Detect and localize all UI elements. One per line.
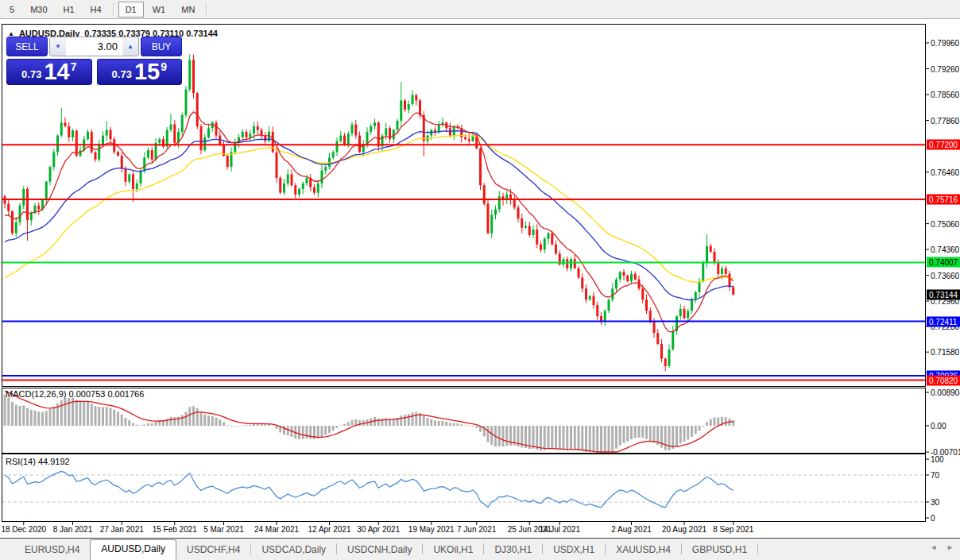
volume-input[interactable]: [66, 37, 122, 56]
current-price-label: 0.73144: [927, 289, 960, 299]
one-click-trade-panel: SELL ▼ ▲ BUY 0.73 14 7 0.73 15 9: [6, 37, 182, 85]
date-tick-label: 2 Aug 2021: [611, 525, 652, 534]
tab-usdcnh-daily[interactable]: USDCNH,Daily: [337, 541, 422, 560]
date-tick-label: 18 Dec 2020: [1, 525, 46, 534]
tab-scroll-arrows: ◄ ►: [930, 543, 954, 551]
date-tick-label: 7 Jun 2021: [457, 525, 497, 534]
tab-audusd-daily[interactable]: AUDUSD,Daily: [90, 539, 176, 560]
date-tick-label: 20 Aug 2021: [662, 525, 706, 534]
buy-price-button[interactable]: 0.73 15 9: [97, 59, 183, 85]
ask-price-big: 15: [134, 61, 160, 83]
price-tick-label: 0.74360: [931, 245, 959, 254]
date-tick-label: 8 Jan 2021: [53, 525, 93, 534]
tab-dj30-h1[interactable]: DJ30,H1: [484, 541, 542, 560]
tab-scroll-right-icon[interactable]: ►: [946, 543, 954, 551]
price-tick-label: 0.75060: [931, 219, 959, 228]
level-price-label: 0.74007: [927, 257, 960, 268]
date-tick-label: 8 Sep 2021: [713, 525, 753, 534]
tab-eurusd-h4[interactable]: EURUSD,H4: [14, 541, 90, 560]
rsi-scale-label: 30: [931, 498, 939, 507]
tab-ukoil-h1[interactable]: UKOil,H1: [423, 541, 483, 560]
price-tick-label: 0.78560: [931, 91, 959, 99]
level-price-label: 0.77200: [927, 140, 960, 150]
price-tick-label: 0.79960: [931, 39, 959, 48]
ask-price-sup: 9: [161, 60, 167, 73]
date-tick-label: 15 Feb 2021: [153, 525, 197, 534]
trading-terminal-window: 5M30H1H4D1W1MN ▲ AUDUSD,Daily 0.73335 0.…: [0, 0, 960, 560]
date-tick-label: 30 Apr 2021: [357, 525, 400, 534]
tab-usdchf-h4[interactable]: USDCHF,H4: [176, 541, 250, 560]
price-tick-label: 0.76460: [931, 168, 959, 176]
price-tick-label: 0.73660: [931, 271, 959, 280]
date-tick-label: 27 Jan 2021: [100, 525, 144, 534]
rsi-scale-label: 70: [931, 471, 939, 480]
price-tick-label: 0.79260: [931, 64, 959, 73]
date-tick-label: 5 Mar 2021: [203, 525, 244, 534]
rsi-scale-label: 100: [931, 455, 944, 464]
ask-price-prefix: 0.73: [112, 68, 132, 80]
bid-price-sup: 7: [71, 60, 77, 73]
tab-gbpusd-h1[interactable]: GBPUSD,H1: [682, 541, 757, 560]
tab-xauusd-h4[interactable]: XAUUSD,H4: [606, 541, 681, 560]
tab-usdx-h1[interactable]: USDX,H1: [543, 541, 605, 560]
macd-scale-label: 0.008904: [931, 388, 960, 397]
sell-button[interactable]: SELL: [6, 37, 48, 56]
price-tick-label: 0.77860: [931, 116, 959, 125]
symbol-tab-bar: EURUSD,H4AUDUSD,DailyUSDCHF,H4USDCAD,Dai…: [0, 538, 960, 560]
date-tick-label: 24 Mar 2021: [254, 525, 299, 534]
rsi-indicator-label: RSI(14) 44.9192: [6, 457, 70, 466]
tab-usdcad-daily[interactable]: USDCAD,Daily: [251, 541, 336, 560]
macd-scale-label: 0.00: [931, 422, 946, 431]
level-price-label: 0.72411: [927, 316, 960, 326]
volume-increase-button[interactable]: ▲: [122, 37, 138, 56]
level-price-label: 0.70820: [927, 375, 960, 385]
volume-decrease-button[interactable]: ▼: [50, 37, 66, 56]
date-tick-label: 12 Apr 2021: [308, 525, 351, 534]
volume-stepper: ▼ ▲: [49, 37, 139, 56]
level-price-label: 0.75716: [927, 195, 960, 205]
macd-indicator-label: MACD(12,26,9) 0.000753 0.001766: [6, 389, 144, 399]
sell-price-button[interactable]: 0.73 14 7: [6, 59, 92, 85]
date-tick-label: 19 May 2021: [408, 525, 455, 534]
bid-price-big: 14: [44, 61, 69, 83]
tab-separator: [757, 543, 758, 554]
rsi-scale-label: 0: [931, 514, 935, 523]
price-tick-label: 0.71580: [931, 348, 959, 357]
bid-price-prefix: 0.73: [21, 68, 41, 80]
date-tick-label: 14 Jul 2021: [539, 525, 580, 534]
buy-button[interactable]: BUY: [141, 37, 182, 56]
tab-scroll-left-icon[interactable]: ◄: [930, 543, 937, 551]
